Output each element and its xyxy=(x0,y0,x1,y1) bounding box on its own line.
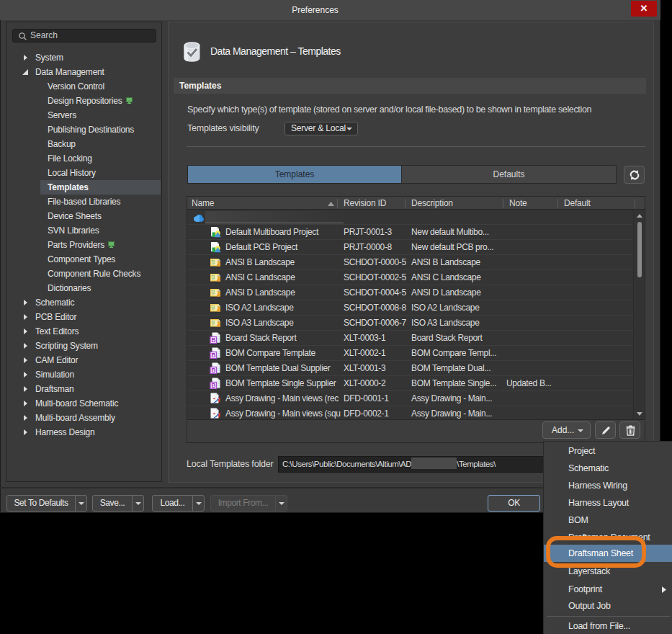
svg-text:B: B xyxy=(211,352,215,359)
svg-text:B: B xyxy=(211,382,215,389)
svg-text:B: B xyxy=(211,336,215,344)
svg-text:B: B xyxy=(211,367,215,374)
